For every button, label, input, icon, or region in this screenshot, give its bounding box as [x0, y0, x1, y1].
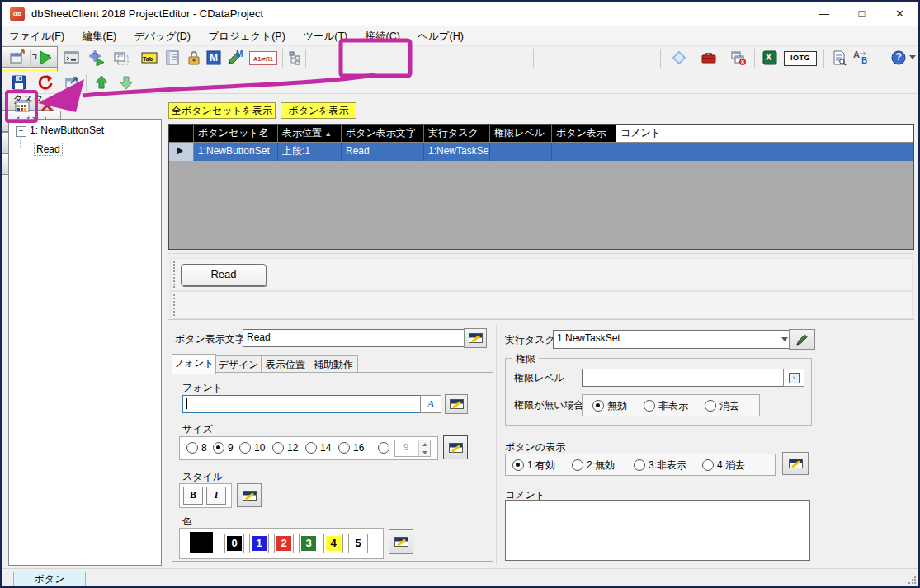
status-tab-button[interactable]: ボタン: [13, 572, 86, 588]
save-icon[interactable]: [10, 74, 28, 92]
window-layout-icon[interactable]: [112, 49, 130, 68]
color-swatch-5[interactable]: 5: [348, 534, 368, 553]
preview-read-button[interactable]: Read: [181, 264, 267, 286]
tab-icon[interactable]: Tab: [140, 49, 158, 68]
size-radio-10[interactable]: 10: [239, 442, 265, 454]
project-window-icon[interactable]: [8, 49, 26, 68]
color-format-button[interactable]: [389, 529, 413, 554]
perm-none-erase[interactable]: 消去: [705, 399, 739, 413]
export-window-icon[interactable]: [63, 74, 81, 92]
exec-task-combobox[interactable]: 1:NewTaskSet: [553, 330, 792, 349]
minimize-button[interactable]: —: [805, 2, 842, 26]
col-button-display[interactable]: ボタン表示: [552, 125, 616, 142]
help-dropdown-caret[interactable]: [909, 55, 916, 59]
menu-project[interactable]: プロジェクト(P): [201, 26, 292, 47]
font-picker-button[interactable]: A: [420, 395, 441, 413]
color-swatch-4[interactable]: 4: [323, 534, 343, 553]
menu-edit[interactable]: 編集(E): [74, 26, 124, 47]
col-perm-level[interactable]: 権限レベル: [490, 125, 552, 142]
menu-file[interactable]: ファイル(F): [2, 26, 72, 47]
col-button-text[interactable]: ボタン表示文字: [342, 125, 424, 142]
lock-icon[interactable]: [185, 49, 203, 68]
move-up-icon[interactable]: [92, 74, 111, 92]
tree-list-icon[interactable]: [287, 49, 305, 68]
size-radio-14[interactable]: 14: [305, 442, 331, 454]
display-format-button[interactable]: [782, 452, 809, 475]
spinner-down-icon[interactable]: [418, 449, 430, 457]
menu-debug[interactable]: デバッグ(D): [127, 26, 199, 47]
edit-macro-icon[interactable]: M: [226, 49, 244, 68]
drag-grip-icon[interactable]: [173, 294, 175, 316]
col-exec-task[interactable]: 実行タスク: [424, 125, 490, 142]
col-comment[interactable]: コメント: [616, 125, 913, 142]
size-radio-8[interactable]: 8: [186, 442, 207, 454]
debug-run-icon[interactable]: [87, 49, 106, 68]
comment-textarea[interactable]: [505, 500, 810, 561]
menu-tools[interactable]: ツール(T): [295, 26, 355, 47]
bold-button[interactable]: B: [183, 487, 203, 505]
perm-level-field[interactable]: [582, 369, 786, 387]
macro-m-icon[interactable]: M: [205, 49, 223, 68]
new-buttonset-icon[interactable]: [12, 96, 33, 117]
tab-auxiliary[interactable]: 補助動作: [309, 355, 358, 374]
diamond-icon[interactable]: [670, 49, 688, 68]
font-input[interactable]: [182, 395, 423, 413]
display-hidden[interactable]: 3:非表示: [634, 459, 686, 473]
show-all-buttonsets-button[interactable]: 全ボタンセットを表示: [168, 102, 276, 119]
color-swatch-3[interactable]: 3: [299, 534, 318, 553]
toolbox-icon[interactable]: [700, 49, 718, 68]
show-buttons-button[interactable]: ボタンを表示: [281, 102, 356, 119]
color-swatch-0[interactable]: 0: [224, 534, 244, 553]
size-radio-custom[interactable]: [378, 442, 389, 454]
move-down-icon[interactable]: [117, 74, 135, 92]
resize-grip-icon[interactable]: [908, 576, 916, 585]
perm-none-disable[interactable]: 無効: [592, 399, 627, 413]
col-display-position[interactable]: 表示位置 ▲: [278, 125, 342, 142]
display-erased[interactable]: 4:消去: [702, 459, 745, 473]
display-text-field[interactable]: Read: [243, 329, 469, 347]
a1r1-icon[interactable]: A1⇄R1: [249, 51, 277, 65]
grid-selected-row[interactable]: 1:NewButtonSet 上段:1 Read 1:NewTaskSet: [169, 142, 913, 161]
run-icon[interactable]: [36, 49, 54, 68]
font-format-button[interactable]: [445, 394, 468, 414]
size-spinner[interactable]: 9: [394, 440, 431, 457]
edit-task-button[interactable]: [789, 329, 815, 350]
reload-icon[interactable]: [36, 74, 54, 92]
size-format-button[interactable]: [443, 435, 468, 459]
display-text-format-button[interactable]: [464, 328, 487, 348]
italic-button[interactable]: I: [206, 487, 226, 505]
col-buttonset-name[interactable]: ボタンセット名: [194, 125, 278, 142]
color-swatch-2[interactable]: 2: [274, 534, 294, 553]
display-enabled[interactable]: 1:有効: [512, 459, 555, 473]
rename-ab-icon[interactable]: A B: [853, 49, 871, 68]
perm-level-ref-button[interactable]: ›: [783, 369, 804, 387]
maximize-button[interactable]: □: [843, 2, 880, 26]
iotg-icon[interactable]: IOTG: [784, 51, 817, 66]
menu-connect[interactable]: 接続(C): [358, 26, 408, 47]
close-windows-icon[interactable]: [729, 49, 748, 68]
drag-grip-icon[interactable]: [173, 261, 175, 288]
tab-position[interactable]: 表示位置: [261, 355, 310, 374]
size-radio-9[interactable]: 9: [213, 442, 234, 454]
delete-icon[interactable]: [40, 98, 56, 115]
tree-expander-icon[interactable]: −: [16, 126, 26, 137]
size-radio-16[interactable]: 16: [338, 442, 364, 454]
tab-font[interactable]: フォント: [172, 354, 216, 374]
menu-help[interactable]: ヘルプ(H): [410, 26, 471, 47]
spinner-up-icon[interactable]: [418, 440, 430, 449]
document-search-icon[interactable]: [830, 49, 848, 68]
console-run-icon[interactable]: [63, 49, 81, 68]
notebook-icon[interactable]: [163, 49, 182, 68]
tree-item-read[interactable]: Read: [34, 143, 63, 156]
sort-asc-icon: ▲: [324, 129, 332, 138]
close-button[interactable]: ✕: [881, 2, 918, 26]
color-swatch-1[interactable]: 1: [249, 534, 269, 553]
perm-none-hide[interactable]: 非表示: [644, 399, 688, 413]
excel-icon[interactable]: X: [761, 49, 779, 68]
style-format-button[interactable]: [237, 483, 262, 507]
size-radio-12[interactable]: 12: [272, 442, 298, 454]
display-disabled[interactable]: 2:無効: [572, 459, 615, 473]
tree-item-buttonset[interactable]: 1: NewButtonSet: [30, 125, 104, 136]
help-icon[interactable]: ?: [891, 50, 916, 67]
tab-design[interactable]: デザイン: [215, 355, 262, 374]
